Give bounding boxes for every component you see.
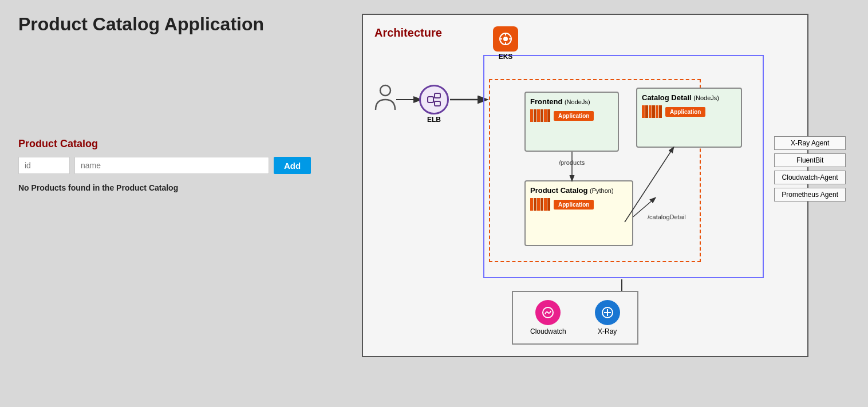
svg-point-12 bbox=[503, 37, 508, 41]
name-input[interactable] bbox=[74, 157, 269, 174]
svg-line-10 bbox=[433, 100, 435, 104]
frontend-title: Frontend (NodeJs) bbox=[530, 97, 613, 106]
elb-group: ELB bbox=[419, 85, 449, 124]
product-catalog-section: Product Catalog Add No Products found in… bbox=[18, 138, 339, 192]
page-title: Product Catalog Application bbox=[18, 14, 339, 35]
svg-line-9 bbox=[433, 96, 435, 100]
catalog-detail-app-badge: Application bbox=[665, 107, 705, 117]
eks-region: EKS Frontend (NodeJs) bbox=[483, 55, 764, 278]
xray-label: X-Ray bbox=[598, 327, 617, 335]
agent-xray: X-Ray Agent bbox=[774, 136, 846, 150]
frontend-app-row: Application bbox=[530, 109, 613, 122]
cloudwatch-monitor: Cloudwatch bbox=[530, 300, 566, 335]
empty-message: No Products found in the Product Catalog bbox=[18, 183, 339, 192]
svg-rect-6 bbox=[428, 97, 433, 102]
eks-group: EKS bbox=[493, 26, 518, 61]
elb-icon bbox=[419, 85, 449, 114]
eks-label: EKS bbox=[499, 53, 513, 61]
id-input[interactable] bbox=[18, 157, 70, 174]
product-catalog-app-badge: Application bbox=[554, 200, 594, 210]
xray-icon bbox=[595, 300, 620, 325]
left-panel: Product Catalog Application Product Cata… bbox=[18, 14, 339, 357]
arch-container: Architecture bbox=[362, 14, 808, 357]
product-catalog-box: Product Catalog (Python) bbox=[524, 180, 633, 246]
agents-panel: X-Ray Agent FluentBit Cloudwatch-Agent P… bbox=[774, 136, 846, 201]
catalog-detail-title: Catalog Detail (NodeJs) bbox=[642, 93, 736, 102]
add-form: Add bbox=[18, 157, 339, 174]
add-button[interactable]: Add bbox=[274, 157, 311, 174]
agent-fluentbit: FluentBit bbox=[774, 153, 846, 167]
catalog-detail-app-row: Application bbox=[642, 105, 736, 118]
frontend-box: Frontend (NodeJs) bbox=[524, 92, 619, 152]
agent-cloudwatch: Cloudwatch-Agent bbox=[774, 171, 846, 184]
section-title: Product Catalog bbox=[18, 138, 339, 150]
user-group bbox=[374, 84, 396, 116]
monitoring-panel: Cloudwatch X-Ray bbox=[512, 291, 638, 345]
svg-point-0 bbox=[380, 85, 390, 96]
arch-title: Architecture bbox=[374, 26, 796, 39]
frontend-app-badge: Application bbox=[554, 111, 594, 121]
xray-monitor: X-Ray bbox=[595, 300, 620, 335]
route-products-label: /products bbox=[559, 159, 585, 166]
user-icon bbox=[374, 84, 396, 116]
agent-prometheus: Prometheus Agent bbox=[774, 188, 846, 201]
svg-rect-8 bbox=[435, 101, 440, 106]
elb-label: ELB bbox=[427, 116, 441, 124]
cloudwatch-label: Cloudwatch bbox=[530, 327, 566, 335]
architecture-panel: Architecture bbox=[362, 14, 850, 357]
route-catalog-detail-label: /catalogDetail bbox=[648, 214, 686, 220]
catalog-detail-box: Catalog Detail (NodeJs) Application bbox=[636, 88, 742, 148]
eks-icon bbox=[493, 26, 518, 52]
svg-rect-7 bbox=[435, 93, 440, 98]
cloudwatch-icon bbox=[535, 300, 561, 325]
product-catalog-title: Product Catalog (Python) bbox=[530, 186, 628, 195]
product-catalog-app-row: Application bbox=[530, 198, 628, 211]
